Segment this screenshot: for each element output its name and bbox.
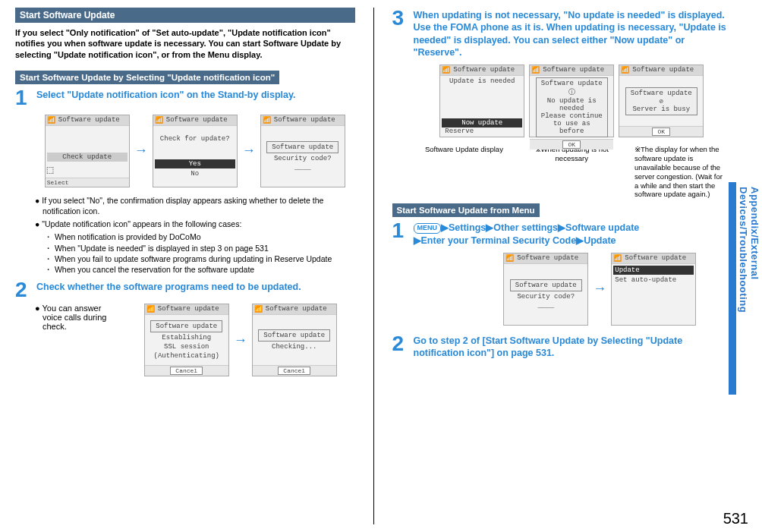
sub-bullet: ・ When "Update is needed" is displayed i… bbox=[35, 243, 355, 253]
intro-text: If you select "Only notification" of "Se… bbox=[15, 27, 355, 60]
step2-title: Check whether the software programs need… bbox=[36, 279, 301, 301]
antenna-icon: 📶 bbox=[505, 254, 514, 263]
step2-note: ● You can answer voice calls during chec… bbox=[35, 304, 118, 331]
antenna-icon: 📶 bbox=[442, 66, 450, 74]
ps-line: Set auto-update bbox=[613, 276, 676, 284]
ps-highlight: Update bbox=[613, 266, 694, 275]
ps-line: Reserve bbox=[442, 127, 522, 135]
ps-box-title: Software update bbox=[629, 90, 694, 97]
ps-line: to use as before bbox=[540, 120, 604, 135]
info-icon: ⓘ bbox=[540, 87, 604, 97]
step2b-title: Go to step 2 of [Start Software Update b… bbox=[414, 333, 732, 360]
ps-footer: Select bbox=[46, 178, 129, 187]
step1b-path: MENU▶Settings▶Other settings▶Software up… bbox=[414, 220, 640, 247]
ps-box: Software update bbox=[266, 141, 338, 153]
sub-bullet: ・ When you cancel the reservation for th… bbox=[35, 264, 355, 275]
step-number-2b: 2 bbox=[392, 333, 409, 360]
ps-line: Security code? bbox=[517, 293, 575, 301]
ps-title: Software update bbox=[274, 116, 335, 124]
step1-title: Select "Update notification icon" on the… bbox=[36, 87, 296, 109]
ps-box: Software update bbox=[258, 329, 330, 342]
ps-title: Software update bbox=[453, 66, 515, 74]
ps-title: Software update bbox=[158, 305, 219, 313]
ps-title: Software update bbox=[625, 254, 686, 263]
ps-no: No bbox=[190, 170, 199, 178]
arrow-icon: → bbox=[593, 281, 606, 297]
ps-line: Security code? bbox=[274, 155, 332, 162]
antenna-icon: 📶 bbox=[621, 66, 629, 74]
ps-line: Establishing bbox=[162, 334, 211, 342]
side-tab: Appendix/External Devices/Troubleshootin… bbox=[729, 182, 762, 395]
step-number-2: 2 bbox=[15, 279, 32, 301]
arrow-icon: → bbox=[234, 332, 247, 348]
antenna-icon: 📶 bbox=[47, 116, 55, 124]
ps-title: Software update bbox=[543, 66, 604, 74]
ps-line: needed bbox=[540, 105, 604, 112]
section-header-left: Start Software Update bbox=[15, 8, 355, 23]
ps-line: Update is needed bbox=[449, 77, 515, 85]
ps-line: ____ bbox=[294, 164, 311, 172]
ps-line: No update is bbox=[540, 97, 604, 105]
ps-title: Software update bbox=[266, 305, 327, 313]
antenna-icon: 📶 bbox=[263, 116, 271, 124]
ps-line: (Authenticating) bbox=[154, 352, 219, 360]
ps-highlight: Now update bbox=[442, 118, 522, 127]
arrow-icon: → bbox=[242, 143, 256, 159]
phone-screen-security-code: 📶Software update Software update Securit… bbox=[260, 115, 345, 187]
antenna-icon: 📶 bbox=[254, 305, 263, 313]
phone-screen-server-busy: 📶Software update Software update ⊘ Serve… bbox=[619, 65, 704, 137]
phone-screen-checking: 📶Software update Software update Checkin… bbox=[252, 304, 337, 376]
ps-yes: Yes bbox=[155, 159, 235, 168]
ps-line: Check for update? bbox=[160, 135, 230, 143]
step-number-1: 1 bbox=[15, 87, 32, 109]
cancel-button: Cancel bbox=[278, 367, 310, 375]
antenna-icon: 📶 bbox=[155, 116, 163, 124]
phone-screen-no-update: 📶Software update Software update ⓘ No up… bbox=[529, 65, 614, 137]
ps-box: Software update bbox=[510, 279, 582, 291]
ok-button: OK bbox=[562, 140, 581, 149]
ps-title: Software update bbox=[166, 116, 228, 124]
ok-button: OK bbox=[652, 127, 670, 136]
sub-bullet: ・ When notification is provided by DoCoM… bbox=[35, 231, 355, 242]
ps-box-title: Software update bbox=[540, 80, 604, 87]
ps-line: SSL session bbox=[164, 343, 209, 351]
caption-a: Software Update display bbox=[419, 145, 509, 199]
phone-screen-confirm: 📶Software update Check for update? Yes N… bbox=[153, 115, 238, 187]
phone-screen-menu-security: 📶Software update Software update Securit… bbox=[503, 253, 588, 326]
step-number-3: 3 bbox=[392, 8, 409, 58]
menu-key-icon: MENU bbox=[414, 223, 442, 234]
page-number: 531 bbox=[723, 510, 748, 527]
antenna-icon: 📶 bbox=[531, 66, 540, 74]
ps-line: Server is busy bbox=[629, 105, 694, 113]
antenna-icon: 📶 bbox=[613, 254, 622, 263]
ps-line: Check update bbox=[47, 153, 128, 162]
caption-b: ※When updating is not necessary bbox=[527, 145, 616, 199]
step-number-1b: 1 bbox=[392, 220, 409, 247]
ps-title: Software update bbox=[517, 254, 578, 263]
ps-line: Please continue bbox=[540, 112, 604, 120]
ps-line: ____ bbox=[537, 302, 554, 310]
sub-bullet: ・ When you fail to update software progr… bbox=[35, 253, 355, 264]
sub-header-notification-icon: Start Software Update by Selecting "Upda… bbox=[15, 71, 279, 84]
phone-screen-update-needed: 📶Software update Update is needed Now up… bbox=[439, 65, 524, 137]
arrow-icon: → bbox=[134, 143, 148, 159]
error-icon: ⊘ bbox=[629, 97, 694, 105]
bullet: ● "Update notification icon" appears in … bbox=[35, 219, 355, 229]
ps-title: Software update bbox=[632, 66, 694, 74]
phone-screen-menu-update: 📶Software update Update Set auto-update bbox=[611, 253, 696, 326]
ps-title: Software update bbox=[58, 116, 120, 124]
phone-screen-ssl: 📶Software update Software update Establi… bbox=[144, 304, 229, 376]
sub-header-from-menu: Start Software Update from Menu bbox=[392, 203, 540, 217]
bullet: ● If you select "No", the confirmation d… bbox=[35, 195, 355, 216]
ps-box: Software update bbox=[150, 320, 222, 332]
step3-title: When updating is not necessary, "No upda… bbox=[414, 8, 732, 58]
cancel-button: Cancel bbox=[170, 367, 203, 375]
ps-line: Checking... bbox=[272, 343, 316, 351]
antenna-icon: 📶 bbox=[146, 305, 155, 313]
phone-screen-checkupdate: 📶Software update Check update ⬚ Select bbox=[45, 115, 130, 187]
caption-c: ※The display for when the software updat… bbox=[634, 145, 724, 199]
